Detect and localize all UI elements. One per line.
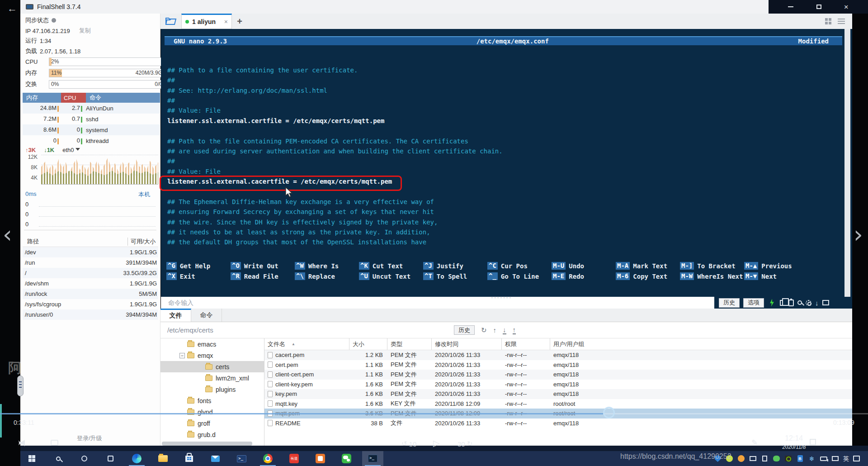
disk-row[interactable]: /run/user/0 394M/394M [23,309,158,320]
process-row[interactable]: 0 0 kthreadd [23,135,160,146]
file-table-header[interactable]: 文件名▲ 大小 类型 修改时间 权限 用户/用户组 [264,338,852,350]
path-input[interactable] [166,326,438,334]
tree-expander[interactable] [179,432,185,437]
process-row[interactable]: 7.2M 0.7 sshd [23,114,160,124]
splitter-handle[interactable]: ······· [491,294,512,301]
disk-row[interactable]: /run 391M/394M [23,257,158,268]
col-size[interactable]: 大小 [349,338,387,350]
window-icon[interactable] [822,300,829,305]
taskbar-app-icon[interactable] [362,451,383,466]
tree-expander[interactable]: − [179,353,185,358]
file-row[interactable]: cert.pem 1.1 KB PEM 文件 2020/10/26 11:33 … [264,360,852,370]
options-button[interactable]: 选项 [743,298,764,308]
taskbar-app-icon[interactable] [205,451,226,466]
tab-aliyun[interactable]: 1 aliyun × [181,14,232,29]
file-row[interactable]: cacert.pem 1.2 KB PEM 文件 2020/10/26 11:3… [264,350,852,360]
minimize-button[interactable] [788,6,793,7]
player-back-button[interactable]: ← [7,3,17,14]
tray-icon[interactable] [796,455,804,462]
col-filename[interactable]: 文件名▲ [264,338,349,350]
next-chevron-icon[interactable]: › [854,223,863,246]
disk-row[interactable]: /dev 1.9G/1.9G [23,247,158,257]
download-file-icon[interactable]: ↓ [503,326,506,334]
col-memory[interactable]: 内存 [23,93,61,103]
quick-command-icon[interactable] [769,299,774,307]
tree-expander[interactable] [179,421,185,426]
tray-icon[interactable] [773,455,780,462]
tray-icon[interactable] [761,455,769,462]
layout-grid-icon[interactable] [825,18,831,24]
terminal[interactable]: GNU nano 2.9.3 /etc/emqx/emqx.conf Modif… [161,29,852,297]
file-row[interactable]: client-key.pem 1.6 KB PEM 文件 2020/10/26 … [264,380,852,390]
tree-item[interactable]: certs [160,361,264,372]
download-arrow-icon[interactable]: ↓ [815,300,819,306]
taskbar-app-icon[interactable] [47,451,69,466]
tree-expander[interactable] [198,364,203,370]
taskbar-app-icon[interactable] [257,451,278,466]
tree-expander[interactable] [198,376,203,381]
tab-commands[interactable]: 命令 [191,309,222,322]
tray-icon[interactable]: ❄ [808,455,816,462]
taskbar-app-icon[interactable] [126,451,147,466]
paste-icon[interactable] [788,300,794,306]
disk-row[interactable]: /sys/fs/cgroup 1.9G/1.9G [23,299,158,309]
disk-row[interactable]: /run/lock 5M/5M [23,289,158,299]
command-input[interactable] [167,299,714,307]
file-row[interactable]: mqtt.pem 3.6 KB PEM 文件 2020/11/08 12:09 … [264,409,852,418]
parent-dir-icon[interactable]: ↑ [493,326,497,334]
tree-item[interactable]: fonts [160,395,264,406]
new-tab-button[interactable]: + [232,14,247,29]
tree-item[interactable]: plugins [160,384,264,395]
tab-files[interactable]: 文件 [160,309,191,322]
taskbar-app-icon[interactable] [310,451,331,466]
taskbar-app-icon[interactable] [21,451,42,466]
process-row[interactable]: 8.6M 0 systemd [23,124,160,135]
file-row[interactable]: client-cert.pem 1.1 KB PEM 文件 2020/10/26… [264,370,852,380]
tree-scrollbar[interactable] [162,442,252,446]
tree-expander[interactable] [198,387,203,392]
col-type[interactable]: 类型 [387,338,432,350]
file-row[interactable]: README 38 B 文件 2020/10/26 11:33 -rw-r--r… [264,418,852,428]
gear-icon[interactable] [806,300,811,306]
col-path[interactable]: 路径 [23,238,127,246]
open-connections-button[interactable] [160,14,181,29]
notification-center-icon[interactable] [853,456,860,461]
tab-close-icon[interactable]: × [224,18,228,25]
tray-icon[interactable] [749,455,757,462]
close-button[interactable]: × [844,3,849,11]
tree-expander[interactable] [179,409,185,415]
disk-row[interactable]: /dev/shm 1.9G/1.9G [23,278,158,289]
taskbar-app-icon[interactable] [100,451,121,466]
terminal-scrollbar[interactable] [844,29,850,297]
upload-file-icon[interactable]: ↑ [513,326,516,334]
interface-selector[interactable]: eth0 [62,147,80,153]
taskbar-app-icon[interactable] [74,451,95,466]
taskbar-app-icon[interactable] [179,451,200,466]
history-button[interactable]: 历史 [719,298,740,308]
taskbar-app-icon[interactable] [336,451,357,466]
tree-expander[interactable] [179,342,185,347]
tray-icon[interactable] [831,455,839,462]
tree-item[interactable]: grub.d [160,429,264,440]
ping-host[interactable]: 本机 [138,190,150,199]
taskbar-app-icon[interactable] [231,451,252,466]
tree-item[interactable]: glvnd [160,406,264,418]
taskbar-app-icon[interactable] [283,451,305,466]
tree-item[interactable]: − emqx [160,350,264,361]
tray-icon[interactable] [737,455,745,462]
col-cpu[interactable]: CPU [61,93,86,103]
disk-table-header[interactable]: 路径 可用/大小 [23,236,158,247]
col-permissions[interactable]: 权限 [502,338,550,350]
tree-item[interactable]: lwm2m_xml [160,372,264,384]
tree-expander[interactable] [179,398,185,404]
process-table-header[interactable]: 内存 CPU 命令 [23,93,160,103]
tree-item[interactable]: emacs [160,338,264,350]
refresh-icon[interactable]: ↻ [481,326,487,334]
file-row[interactable]: mqtt.key 1.6 KB KEY 文件 2020/11/08 12:09 … [264,399,852,409]
tray-icon[interactable] [820,455,827,462]
process-row[interactable]: 24.8M 2.7 AliYunDun [23,103,160,114]
prev-chevron-icon[interactable]: ‹ [3,223,12,246]
tree-item[interactable]: groff [160,418,264,429]
login-upgrade-link[interactable]: 登录/升级 [77,434,102,442]
file-row[interactable]: key.pem 1.6 KB PEM 文件 2020/10/26 11:33 -… [264,389,852,399]
